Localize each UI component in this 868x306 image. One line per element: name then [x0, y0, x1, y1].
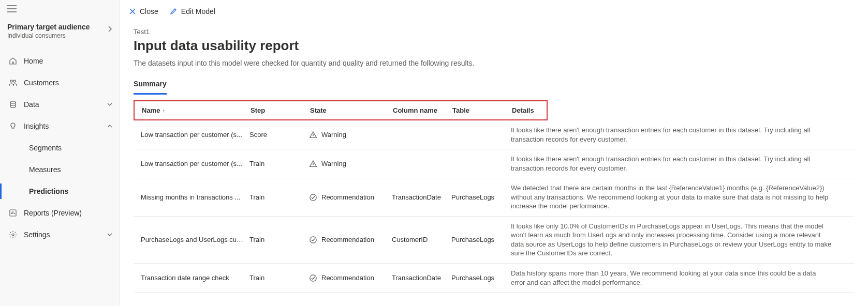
cell-state: Warning — [309, 131, 392, 139]
edit-model-button[interactable]: Edit Model — [170, 7, 215, 16]
cell-state: Recommendation — [309, 193, 392, 202]
close-icon — [129, 8, 136, 14]
cell-name: Low transaction per customer (s... — [141, 131, 249, 139]
audience-title: Primary target audience — [7, 23, 90, 31]
check-circle-icon — [309, 274, 317, 282]
column-header-details[interactable]: Details — [512, 106, 539, 114]
column-header-table[interactable]: Table — [452, 106, 512, 114]
hamburger-menu-icon[interactable] — [0, 2, 120, 18]
cell-step: Train — [249, 160, 309, 167]
cell-details: It looks like there aren't enough transa… — [511, 126, 847, 144]
cell-state: Recommendation — [309, 236, 392, 244]
insights-icon — [7, 122, 19, 130]
chevron-down-icon — [107, 103, 112, 106]
table-header-row: Name↑ Step State Column name Table Detai… — [134, 100, 548, 120]
cell-step: Train — [249, 274, 309, 282]
table-row[interactable]: Missing months in transactions ...TrainR… — [134, 178, 855, 217]
sidebar-item-label: Home — [24, 57, 112, 65]
sort-ascending-icon: ↑ — [162, 108, 165, 114]
warning-icon — [309, 131, 317, 139]
column-header-state[interactable]: State — [310, 106, 393, 114]
sidebar-item-settings[interactable]: Settings — [0, 224, 120, 246]
sidebar-item-customers[interactable]: Customers — [0, 72, 120, 94]
cell-state: Warning — [309, 160, 392, 168]
sidebar: Primary target audience Individual consu… — [0, 0, 120, 306]
state-text: Recommendation — [321, 236, 374, 243]
cell-details: We detected that there are certain month… — [511, 183, 847, 211]
column-header-name[interactable]: Name↑ — [142, 106, 251, 114]
sidebar-item-label: Predictions — [29, 187, 112, 195]
svg-point-7 — [310, 274, 316, 281]
edit-label: Edit Model — [181, 7, 215, 16]
sidebar-item-segments[interactable]: Segments — [0, 137, 120, 159]
svg-point-2 — [10, 101, 16, 103]
table-row[interactable]: Transaction date range checkTrainRecomme… — [134, 264, 855, 293]
svg-point-0 — [10, 80, 12, 82]
content: Test1 Input data usability report The da… — [120, 23, 868, 306]
sidebar-item-reports[interactable]: Reports (Preview) — [0, 202, 120, 224]
table-row[interactable]: Low transaction per customer (s...ScoreW… — [134, 120, 855, 149]
sidebar-item-label: Measures — [29, 165, 112, 174]
cell-details: It looks like only 10.0% of CustomerIDs … — [511, 222, 847, 258]
audience-selector[interactable]: Primary target audience Individual consu… — [0, 18, 120, 47]
cell-name: Missing months in transactions ... — [141, 193, 249, 201]
column-header-column-name[interactable]: Column name — [393, 106, 452, 114]
nav: Home Customers Data Insights — [0, 50, 120, 246]
sidebar-item-label: Insights — [24, 122, 107, 130]
report-table: Name↑ Step State Column name Table Detai… — [134, 100, 855, 293]
cell-column-name: TransactionDate — [392, 193, 451, 201]
sidebar-item-label: Segments — [29, 144, 112, 152]
main: Close Edit Model Test1 Input data usabil… — [120, 0, 868, 306]
cell-column-name: TransactionDate — [392, 274, 451, 282]
cell-state: Recommendation — [309, 274, 392, 282]
close-label: Close — [140, 7, 158, 16]
table-row[interactable]: Low transaction per customer (s...TrainW… — [134, 149, 855, 178]
svg-point-6 — [310, 237, 316, 243]
table-row[interactable]: PurchaseLogs and UserLogs cus...TrainRec… — [134, 217, 855, 264]
gear-icon — [7, 231, 19, 239]
edit-icon — [170, 8, 177, 15]
home-icon — [7, 57, 19, 65]
tabs: Summary — [134, 76, 855, 95]
cell-step: Train — [249, 193, 309, 201]
state-text: Warning — [321, 160, 346, 167]
sidebar-item-label: Customers — [24, 79, 112, 87]
sidebar-item-label: Settings — [24, 231, 107, 239]
table-body: Low transaction per customer (s...ScoreW… — [134, 120, 855, 293]
state-text: Warning — [321, 131, 346, 139]
page-title: Input data usability report — [134, 38, 855, 54]
svg-point-1 — [13, 80, 16, 82]
cell-details: Data history spans more than 10 years. W… — [511, 269, 847, 287]
audience-subtitle: Individual consumers — [7, 32, 90, 39]
cell-name: Low transaction per customer (s... — [141, 160, 249, 167]
cell-table: PurchaseLogs — [451, 236, 511, 243]
sidebar-item-data[interactable]: Data — [0, 94, 120, 115]
cell-details: It looks like there aren't enough transa… — [511, 155, 847, 173]
cell-step: Score — [249, 131, 309, 139]
close-button[interactable]: Close — [129, 7, 158, 16]
page-description: The datasets input into this model were … — [134, 59, 855, 67]
cell-name: PurchaseLogs and UserLogs cus... — [141, 236, 249, 243]
check-circle-icon — [309, 193, 317, 202]
sidebar-item-label: Reports (Preview) — [24, 209, 112, 217]
cell-table: PurchaseLogs — [451, 193, 511, 201]
sidebar-item-home[interactable]: Home — [0, 50, 120, 72]
cell-table: PurchaseLogs — [451, 274, 511, 282]
customers-icon — [7, 79, 19, 87]
chevron-right-icon — [108, 26, 112, 32]
sidebar-item-measures[interactable]: Measures — [0, 159, 120, 180]
sidebar-item-insights[interactable]: Insights — [0, 115, 120, 137]
cell-step: Train — [249, 236, 309, 243]
state-text: Recommendation — [321, 193, 374, 201]
svg-point-5 — [310, 194, 316, 200]
check-circle-icon — [309, 236, 317, 244]
svg-point-4 — [12, 234, 14, 236]
tab-summary[interactable]: Summary — [134, 76, 167, 95]
chevron-up-icon — [107, 125, 112, 128]
chevron-down-icon — [107, 233, 112, 236]
data-icon — [7, 100, 19, 109]
reports-icon — [7, 209, 19, 217]
column-header-step[interactable]: Step — [251, 106, 310, 114]
sidebar-item-predictions[interactable]: Predictions — [0, 180, 120, 202]
sidebar-item-label: Data — [24, 100, 107, 109]
